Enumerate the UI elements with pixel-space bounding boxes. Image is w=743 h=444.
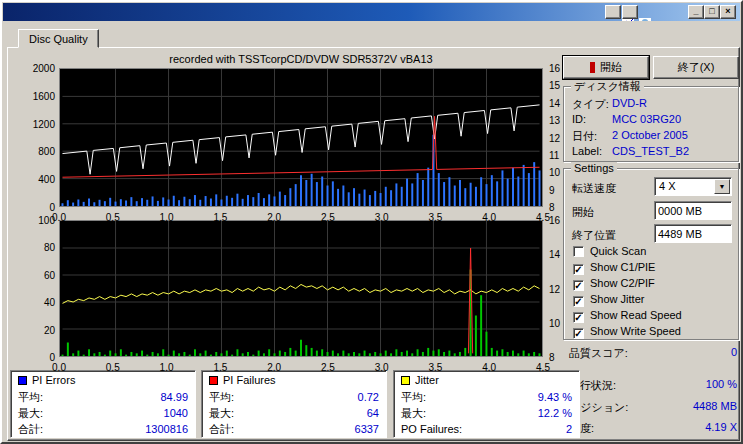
maximize-button[interactable]: □ (704, 5, 720, 19)
settings-legend: Settings (571, 162, 617, 174)
axis-tick-label: 800 (15, 146, 55, 157)
check-icon: ✓ (574, 328, 583, 339)
pi-failures-color-swatch (209, 376, 218, 385)
checkbox-label: Show Write Speed (590, 325, 681, 337)
stat-value: 12.2 % (538, 405, 572, 421)
axis-tick-label: 80 (15, 242, 55, 253)
start-button[interactable]: 開始 (563, 56, 649, 79)
disc-type-label: タイプ: (572, 97, 609, 112)
axis-tick-label: 12 (549, 284, 573, 295)
axis-tick-label: 16 (549, 215, 573, 226)
axis-tick-label: 1.0 (155, 212, 179, 223)
jitter-color-swatch (401, 376, 410, 385)
stat-value: 0.72 (358, 389, 379, 405)
quality-score-row: 品質スコア: 0 (569, 346, 737, 360)
disc-date-label: 日付: (572, 129, 597, 144)
disc-info-legend: ディスク情報 (571, 80, 644, 92)
title-bar[interactable]: CD Speed : Disc Quality Test - BENQ DVD … (3, 3, 740, 21)
checkbox-show-write-speed[interactable]: ✓Show Write Speed (573, 325, 681, 339)
checkbox-show-c1-pie[interactable]: ✓Show C1/PIE (573, 261, 655, 275)
pi-errors-color-swatch (18, 376, 27, 385)
speed-select-value: 4 X (659, 180, 676, 192)
start-button-label: 開始 (600, 61, 622, 73)
speed-status-value: 4.19 X (705, 421, 737, 433)
checkbox-label: Show C1/PIE (590, 261, 655, 273)
checkbox-label: Show C2/PIF (590, 277, 655, 289)
progress-row: 進行状況: 100 % (569, 378, 737, 392)
stat-label: 平均: (18, 391, 43, 403)
axis-tick-label: 13 (549, 115, 573, 126)
quality-score-label: 品質スコア: (569, 346, 628, 361)
recorded-with-label: recorded with TSSTcorpCD/DVDW SDR5372V v… (59, 53, 543, 65)
stat-label: PO Failures: (401, 423, 462, 435)
axis-tick-label: 60 (15, 270, 55, 281)
pi-errors-panel: PI Errors 平均:84.99 最大:1040 合計:1300816 (10, 370, 196, 438)
checkbox-box[interactable]: ✓ (573, 280, 584, 291)
axis-tick-label: 1.5 (208, 362, 232, 373)
stat-label: 最大: (18, 407, 43, 419)
stat-value: 1300816 (145, 421, 188, 437)
start-position-input[interactable] (654, 201, 732, 220)
tab-disc-quality[interactable]: Disc Quality (18, 29, 99, 48)
checkbox-box[interactable] (573, 246, 584, 257)
checkbox-box[interactable]: ✓ (573, 328, 584, 339)
checkbox-box[interactable]: ✓ (573, 296, 584, 307)
axis-tick-label: 0.0 (47, 362, 71, 373)
speed-select[interactable]: 4 X ▼ (654, 177, 732, 196)
axis-tick-label: 14 (549, 249, 573, 260)
settings-group: Settings 転送速度 4 X ▼ 開始 終了位置 Quick Scan ✓… (563, 168, 739, 340)
checkbox-label: Show Jitter (590, 293, 644, 305)
checkbox-show-jitter[interactable]: ✓Show Jitter (573, 293, 644, 307)
check-icon: ✓ (574, 312, 583, 323)
checkbox-show-c2-pif[interactable]: ✓Show C2/PIF (573, 277, 655, 291)
exit-button[interactable]: 終了(X) (653, 56, 739, 79)
pi-failures-panel: PI Failures 平均:0.72 最大:64 合計:6337 (201, 370, 387, 438)
stat-title: PI Failures (223, 374, 276, 386)
checkbox-label: Show Read Speed (590, 309, 682, 321)
mini-disc-icon (639, 18, 651, 21)
axis-tick-label: 9 (549, 185, 573, 196)
progress-value: 100 % (706, 378, 737, 390)
axis-tick-label: 1200 (15, 119, 55, 130)
pif-jitter-chart (59, 220, 543, 357)
axis-tick-label: 3.5 (423, 362, 447, 373)
jitter-panel: Jitter 平均:9.43 % 最大:12.2 % PO Failures:2 (393, 370, 580, 438)
axis-tick-label: 0.5 (101, 212, 125, 223)
axis-tick-label: 16 (549, 63, 573, 74)
stat-label: 合計: (18, 423, 43, 435)
axis-tick-label: 4.5 (531, 362, 555, 373)
stat-title: Jitter (415, 374, 439, 386)
close-button[interactable]: × (720, 5, 736, 19)
axis-tick-label: 3.5 (423, 212, 447, 223)
end-position-input[interactable] (654, 224, 732, 243)
axis-tick-label: 12 (549, 133, 573, 144)
checkbox-box[interactable]: ✓ (573, 264, 584, 275)
stat-label: 最大: (209, 407, 234, 419)
axis-tick-label: 1600 (15, 91, 55, 102)
mini-chart-icon-button[interactable] (605, 5, 621, 19)
disc-info-group: ディスク情報 タイプ: DVD-R ID: MCC 03RG20 日付: 2 O… (563, 86, 739, 162)
speed-label: 転送速度 (572, 181, 616, 196)
disc-id-label: ID: (572, 113, 586, 125)
stat-label: 合計: (209, 423, 234, 435)
axis-tick-label: 20 (15, 325, 55, 336)
app-window: CD Speed : Disc Quality Test - BENQ DVD … (0, 0, 743, 444)
chevron-down-icon[interactable]: ▼ (714, 179, 730, 194)
stat-label: 最大: (401, 407, 426, 419)
checkbox-show-read-speed[interactable]: ✓Show Read Speed (573, 309, 682, 323)
checkbox-quick-scan[interactable]: Quick Scan (573, 245, 646, 259)
disc-id-value: MCC 03RG20 (612, 113, 681, 125)
stat-value: 64 (367, 405, 379, 421)
axis-tick-label: 11 (549, 150, 573, 161)
disc-date-value: 2 October 2005 (612, 129, 688, 141)
checkbox-box[interactable]: ✓ (573, 312, 584, 323)
minimize-button[interactable]: _ (688, 5, 704, 19)
axis-tick-label: 400 (15, 174, 55, 185)
stat-title: PI Errors (32, 374, 75, 386)
start-position-label: 開始 (572, 205, 594, 220)
axis-tick-label: 100 (15, 215, 55, 226)
axis-tick-label: 40 (15, 297, 55, 308)
mini-disc-icon-button[interactable] (622, 5, 638, 19)
axis-tick-label: 1.0 (155, 362, 179, 373)
axis-tick-label: 1.5 (208, 212, 232, 223)
